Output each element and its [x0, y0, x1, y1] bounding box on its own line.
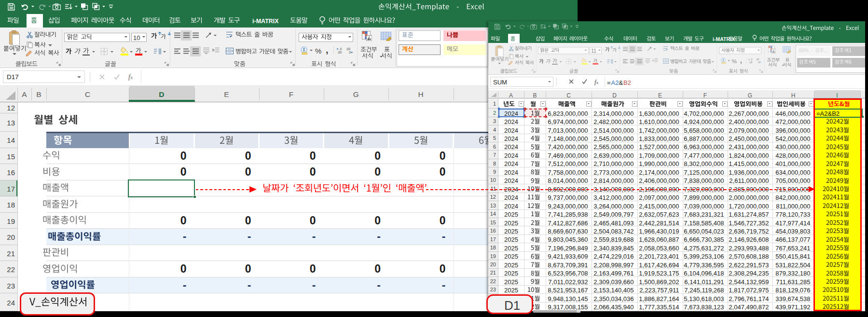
svg-text:.00: .00 — [337, 51, 342, 54]
svg-text:.00: .00 — [346, 47, 350, 51]
svg-text:.0: .0 — [758, 61, 759, 64]
svg-text:.0: .0 — [339, 47, 342, 51]
svg-text:.00: .00 — [749, 61, 752, 64]
svg-text:.0: .0 — [348, 51, 351, 54]
